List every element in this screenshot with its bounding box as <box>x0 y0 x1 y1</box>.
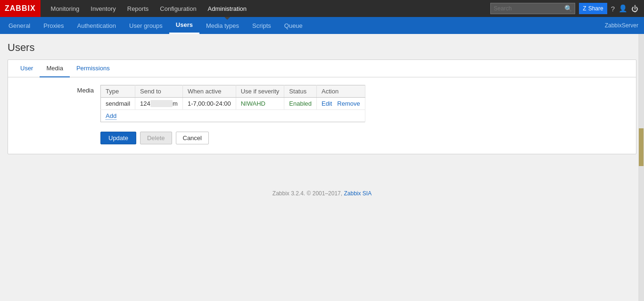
share-icon: Z <box>583 5 586 12</box>
nav-configuration[interactable]: Configuration <box>154 0 202 17</box>
delete-button[interactable]: Delete <box>140 132 172 144</box>
footer-text: Zabbix 3.2.4. © 2001–2017, <box>272 190 342 197</box>
scrollbar-thumb[interactable] <box>639 128 644 166</box>
nav-monitoring[interactable]: Monitoring <box>45 0 85 17</box>
page-title: Users <box>8 42 636 54</box>
masked-value <box>150 100 173 107</box>
subnav-authentication[interactable]: Authentication <box>71 17 123 34</box>
add-row: Add <box>101 110 365 122</box>
nav-reports[interactable]: Reports <box>122 0 155 17</box>
send-to-suffix: m <box>173 100 178 107</box>
power-icon[interactable]: ⏻ <box>631 5 638 13</box>
nav-administration[interactable]: Administration <box>202 0 252 17</box>
search-input[interactable] <box>494 5 564 12</box>
media-row: Media Type Send to When active Use if se… <box>16 85 628 122</box>
form-card: User Media Permissions Media Type Send t… <box>8 59 636 154</box>
add-media-link[interactable]: Add <box>106 112 116 120</box>
subnav-mediatypes[interactable]: Media types <box>199 17 246 34</box>
footer-link[interactable]: Zabbix SIA <box>344 190 372 197</box>
server-label: ZabbixServer <box>605 22 642 29</box>
cell-severity: NIWAHD <box>236 98 284 110</box>
col-type: Type <box>101 85 135 98</box>
button-row: Update Delete Cancel <box>16 128 628 144</box>
col-action: Action <box>317 85 365 98</box>
subnav-usergroups[interactable]: User groups <box>123 17 169 34</box>
top-nav-items: Monitoring Inventory Reports Configurati… <box>41 0 491 17</box>
col-sendto: Send to <box>135 85 183 98</box>
col-whenactive: When active <box>182 85 236 98</box>
update-button[interactable]: Update <box>100 132 136 144</box>
scrollbar-track[interactable] <box>638 34 644 206</box>
top-nav-right: 🔍 Z Share ? 👤 ⏻ <box>490 3 644 14</box>
tab-media[interactable]: Media <box>40 60 69 77</box>
add-cell: Add <box>101 110 365 122</box>
cell-whenactive: 1-7,00:00-24:00 <box>182 98 236 110</box>
tab-user[interactable]: User <box>14 60 40 77</box>
media-field: Type Send to When active Use if severity… <box>100 85 628 122</box>
cancel-button[interactable]: Cancel <box>176 132 209 144</box>
share-button[interactable]: Z Share <box>579 3 607 14</box>
col-status: Status <box>284 85 317 98</box>
col-severity: Use if severity <box>236 85 284 98</box>
subnav-proxies[interactable]: Proxies <box>37 17 70 34</box>
subnav-scripts[interactable]: Scripts <box>246 17 278 34</box>
nav-inventory[interactable]: Inventory <box>85 0 121 17</box>
page-content: Users User Media Permissions Media Type … <box>0 34 644 162</box>
cell-type: sendmail <box>101 98 135 110</box>
subnav-queue[interactable]: Queue <box>278 17 309 34</box>
tab-bar: User Media Permissions <box>8 60 636 77</box>
top-navigation: ZABBIX Monitoring Inventory Reports Conf… <box>0 0 644 17</box>
tab-permissions[interactable]: Permissions <box>70 60 116 77</box>
remove-link[interactable]: Remove <box>337 100 360 107</box>
zabbix-logo: ZABBIX <box>0 0 41 17</box>
cell-status: Enabled <box>284 98 317 110</box>
help-icon[interactable]: ? <box>611 5 615 13</box>
footer: Zabbix 3.2.4. © 2001–2017, Zabbix SIA <box>0 181 644 206</box>
edit-link[interactable]: Edit <box>322 100 332 107</box>
subnav-users[interactable]: Users <box>169 17 199 34</box>
media-label: Media <box>16 85 100 94</box>
cell-actions: Edit Remove <box>317 98 365 110</box>
user-icon[interactable]: 👤 <box>619 4 627 13</box>
subnav-general[interactable]: General <box>2 17 37 34</box>
sub-navigation: General Proxies Authentication User grou… <box>0 17 644 34</box>
search-icon[interactable]: 🔍 <box>564 5 572 12</box>
table-row: sendmail 124 m 1-7,00:00-24:00 NIWAHD En… <box>101 98 365 110</box>
form-body: Media Type Send to When active Use if se… <box>8 77 636 154</box>
send-to-value: 124 <box>140 100 150 107</box>
media-table: Type Send to When active Use if severity… <box>100 85 365 122</box>
cell-sendto: 124 m <box>135 98 183 110</box>
search-box: 🔍 <box>490 3 575 14</box>
